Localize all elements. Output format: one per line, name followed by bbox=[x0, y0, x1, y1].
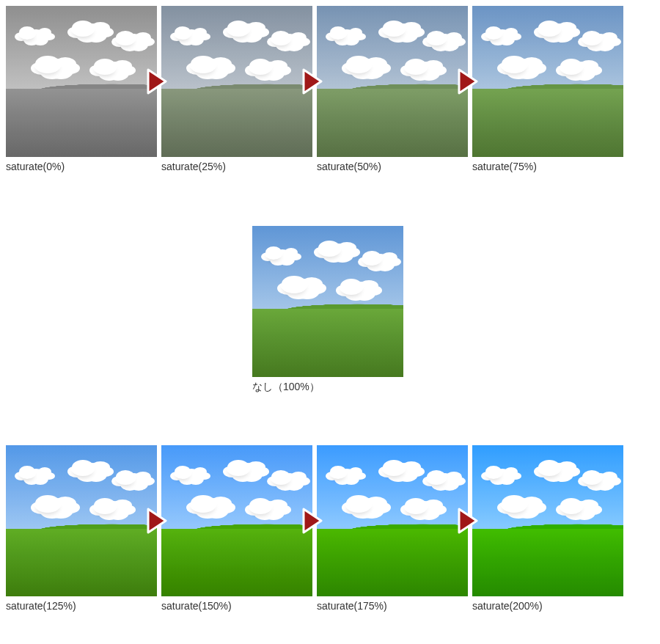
sample-image bbox=[6, 445, 157, 596]
sample-image bbox=[161, 6, 312, 157]
thumbnail-cell: なし（100%） bbox=[252, 226, 403, 395]
arrow-right-icon bbox=[302, 68, 323, 95]
cloud-shape bbox=[227, 460, 249, 475]
cloud-shape bbox=[175, 466, 191, 477]
cloud-shape bbox=[582, 470, 601, 483]
thumbnail-cell: saturate(175%) bbox=[317, 445, 468, 614]
thumbnail-label: なし（100%） bbox=[252, 380, 403, 395]
cloud-shape bbox=[271, 470, 290, 483]
cloud-shape bbox=[227, 21, 249, 35]
cloud-shape bbox=[72, 21, 94, 35]
cloud-shape bbox=[405, 59, 427, 73]
cloud-shape bbox=[265, 246, 282, 258]
thumbnail-wrapper bbox=[161, 445, 312, 596]
ground-layer bbox=[161, 529, 312, 597]
cloud-shape bbox=[560, 498, 582, 513]
svg-marker-5 bbox=[459, 509, 477, 533]
cloud-shape bbox=[94, 498, 116, 513]
svg-marker-0 bbox=[148, 70, 166, 93]
cloud-shape bbox=[271, 31, 290, 44]
cloud-shape bbox=[582, 31, 601, 44]
cloud-shape bbox=[116, 31, 135, 44]
ground-layer bbox=[472, 89, 623, 157]
ground-layer bbox=[472, 529, 623, 597]
cloud-shape bbox=[538, 460, 560, 475]
cloud-shape bbox=[427, 31, 446, 44]
thumbnail-label: saturate(125%) bbox=[6, 599, 157, 614]
ground-layer bbox=[317, 529, 468, 597]
sample-image bbox=[472, 6, 623, 157]
thumbnail-cell: saturate(200%) bbox=[472, 445, 623, 614]
cloud-shape bbox=[249, 59, 271, 73]
thumbnail-wrapper bbox=[6, 6, 157, 157]
ground-layer bbox=[252, 309, 403, 377]
cloud-shape bbox=[485, 26, 502, 38]
arrow-right-icon bbox=[147, 68, 167, 95]
thumbnail-cell: saturate(125%) bbox=[6, 445, 157, 614]
cloud-shape bbox=[427, 470, 446, 483]
cloud-shape bbox=[383, 21, 405, 35]
sample-image bbox=[317, 6, 468, 157]
ground-layer bbox=[6, 529, 157, 597]
thumbnail-label: saturate(0%) bbox=[6, 160, 157, 175]
cloud-shape bbox=[318, 241, 340, 255]
arrow-right-icon bbox=[458, 508, 478, 534]
thumbnail-cell: saturate(0%) bbox=[6, 6, 157, 175]
thumbnail-wrapper bbox=[317, 6, 468, 157]
cloud-shape bbox=[175, 26, 191, 38]
cloud-shape bbox=[330, 466, 346, 477]
cloud-shape bbox=[191, 495, 216, 511]
sample-image bbox=[6, 6, 157, 157]
cloud-shape bbox=[340, 279, 362, 293]
svg-marker-1 bbox=[304, 70, 321, 93]
cloud-shape bbox=[383, 460, 405, 475]
thumbnail-wrapper bbox=[472, 6, 623, 157]
thumbnail-label: saturate(50%) bbox=[317, 160, 468, 175]
thumbnail-cell: saturate(50%) bbox=[317, 6, 468, 175]
arrow-right-icon bbox=[147, 508, 167, 534]
cloud-shape bbox=[191, 56, 216, 72]
thumbnail-label: saturate(150%) bbox=[161, 599, 312, 614]
cloud-shape bbox=[362, 251, 381, 264]
cloud-shape bbox=[502, 56, 527, 72]
thumbnail-wrapper bbox=[472, 445, 623, 596]
thumbnail-label: saturate(25%) bbox=[161, 160, 312, 175]
cloud-shape bbox=[19, 26, 35, 38]
cloud-shape bbox=[35, 56, 60, 72]
cloud-shape bbox=[560, 59, 582, 73]
thumbnail-wrapper bbox=[252, 226, 403, 377]
sample-image bbox=[252, 226, 403, 377]
ground-layer bbox=[161, 89, 312, 157]
cloud-shape bbox=[346, 56, 371, 72]
cloud-shape bbox=[502, 495, 527, 511]
thumbnail-wrapper bbox=[317, 445, 468, 596]
cloud-shape bbox=[538, 21, 560, 35]
thumbnail-label: saturate(75%) bbox=[472, 160, 623, 175]
svg-marker-2 bbox=[459, 70, 477, 93]
cloud-shape bbox=[249, 498, 271, 513]
cloud-shape bbox=[346, 495, 371, 511]
cloud-shape bbox=[282, 276, 307, 292]
cloud-shape bbox=[485, 466, 502, 477]
arrow-right-icon bbox=[302, 508, 323, 534]
thumbnail-cell: saturate(150%) bbox=[161, 445, 312, 614]
thumbnail-wrapper bbox=[161, 6, 312, 157]
thumbnail-cell: saturate(75%) bbox=[472, 6, 623, 175]
thumbnail-row: なし（100%） bbox=[6, 226, 654, 395]
cloud-shape bbox=[35, 495, 60, 511]
ground-layer bbox=[317, 89, 468, 157]
ground-layer bbox=[6, 89, 157, 157]
thumbnail-label: saturate(200%) bbox=[472, 599, 623, 614]
thumbnail-label: saturate(175%) bbox=[317, 599, 468, 614]
arrow-right-icon bbox=[458, 68, 478, 95]
sample-image bbox=[161, 445, 312, 596]
svg-marker-3 bbox=[148, 509, 166, 533]
cloud-shape bbox=[405, 498, 427, 513]
cloud-shape bbox=[116, 470, 135, 483]
cloud-shape bbox=[330, 26, 346, 38]
sample-image bbox=[317, 445, 468, 596]
thumbnail-row: saturate(125%) saturate(150%) bbox=[6, 445, 654, 614]
cloud-shape bbox=[72, 460, 94, 475]
cloud-shape bbox=[19, 466, 35, 477]
thumbnail-row: saturate(0%) saturate(25%) bbox=[6, 6, 654, 175]
